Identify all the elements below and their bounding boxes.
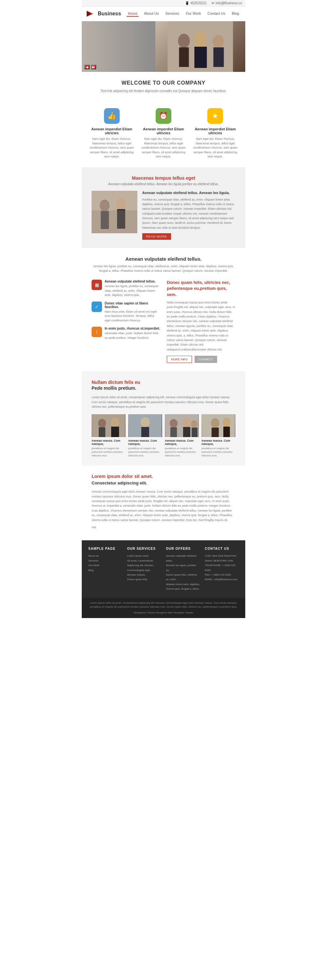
section5: Lorem ipsum dolor sit amet. Consectetur … bbox=[82, 466, 245, 540]
gray-content-row: Aenean vulputate eleifend tellus. Aenean… bbox=[92, 191, 235, 240]
svg-rect-17 bbox=[99, 427, 105, 437]
footer-link-services[interactable]: Services bbox=[88, 558, 122, 563]
svg-point-3 bbox=[178, 33, 190, 48]
phone-info: 📱 452525221 bbox=[185, 1, 207, 5]
gray-image-inner bbox=[92, 191, 137, 233]
svg-point-10 bbox=[100, 200, 110, 212]
feature-1-icon: 👍 bbox=[104, 108, 120, 124]
content-heading: Aenean vulputate eleifend tellus. Aenean… bbox=[142, 191, 235, 195]
svg-point-26 bbox=[182, 418, 191, 427]
gallery-text-1: penatibus et magnis dis parturient monte… bbox=[92, 447, 126, 458]
list-item-1: ▦ Aenean vulputate eleifend tellus. Aene… bbox=[92, 280, 160, 298]
hero-next-button[interactable]: ▶ bbox=[91, 65, 96, 69]
list-icon-1: ▦ bbox=[92, 280, 102, 290]
section4-text: Lorem ipsum dolor sit amet, consectetuer… bbox=[92, 395, 235, 409]
list-item-desc-1: Aenean leo ligula, porttitor eu, consequ… bbox=[105, 284, 160, 298]
feature-3: ★ Aenean imperdiet Etiam ultricies Nam e… bbox=[192, 108, 239, 159]
footer-link-ourwork[interactable]: Our Work bbox=[88, 563, 122, 568]
logo-icon bbox=[87, 9, 96, 18]
list-item-text-1: Aenean vulputate eleifend tellus. Aenean… bbox=[105, 280, 160, 298]
list-item-3: ! In enim justo, rhoncus ut,imperdiet. v… bbox=[92, 327, 160, 340]
list-item-desc-3: venenatis vitae, justo. Nullam dictum fe… bbox=[105, 331, 160, 340]
section3-columns: ▦ Aenean vulputate eleifend tellus. Aene… bbox=[92, 280, 235, 363]
feature-1: 👍 Aenean imperdiet Etiam ultricies Nam e… bbox=[88, 108, 135, 159]
right-col-title: Donec quam felis, ultricies nec, pellent… bbox=[167, 280, 235, 298]
phone-icon: 📱 bbox=[185, 1, 189, 5]
nav-our-work[interactable]: Our Work bbox=[184, 11, 203, 17]
gallery-img-4 bbox=[201, 414, 235, 437]
footer-bottom: Lorem ipsum dolor sit amet, consectetuer… bbox=[82, 598, 245, 618]
gallery-item-3: Aenean massa. Cum natoque, penatibus et … bbox=[165, 414, 199, 458]
gallery-title-4: Aenean massa. Cum natoque, bbox=[201, 439, 235, 445]
svg-point-7 bbox=[213, 35, 224, 48]
svg-marker-1 bbox=[87, 11, 91, 17]
svg-point-5 bbox=[194, 31, 207, 48]
hero-image bbox=[155, 21, 245, 72]
top-bar: 📱 452525221 ✉ Info@Business.co bbox=[82, 0, 245, 6]
list-item-title-3: In enim justo, rhoncus ut,imperdiet. bbox=[105, 327, 160, 330]
email-icon: ✉ bbox=[212, 1, 214, 5]
svg-rect-22 bbox=[141, 427, 149, 437]
footer-telephone: TELEPHONE: + 1800 235 6200 bbox=[205, 563, 239, 573]
nav-about[interactable]: About Us bbox=[143, 11, 160, 17]
section3-left: ▦ Aenean vulputate eleifend tellus. Aene… bbox=[92, 280, 160, 363]
footer-col-2: OUR SERVICES Lorem ipsum dolor Sit amet,… bbox=[127, 547, 161, 591]
gray-image-svg bbox=[92, 191, 137, 233]
footer-bottom-text: Lorem ipsum dolor sit amet, consectetuer… bbox=[88, 601, 239, 609]
svg-point-18 bbox=[111, 417, 120, 427]
gray-content-image bbox=[92, 191, 137, 233]
section4-dark-title: Pede mollis pretium. bbox=[92, 385, 235, 391]
footer-address: 1235, New Park Road First Street, NEWYOR… bbox=[205, 554, 239, 563]
features-section: 👍 Aenean imperdiet Etiam ultricies Nam e… bbox=[82, 108, 245, 167]
nav-contact[interactable]: Contact Us bbox=[206, 11, 227, 17]
section5-dark-title: Consectetur adipiscing elit. bbox=[92, 480, 235, 485]
svg-rect-29 bbox=[191, 428, 198, 437]
welcome-subtitle: Test link adipiscing elit.Nullam digniss… bbox=[92, 89, 235, 94]
logo[interactable]: Business bbox=[87, 9, 121, 18]
feature-2-icon: ⏰ bbox=[156, 108, 171, 124]
list-item-2: ✓ Donec vitae sapien ut libero faucibus.… bbox=[92, 302, 160, 323]
footer-email: EMAIL: Info@Business.com bbox=[205, 577, 239, 582]
gray-content-text: Aenean vulputate eleifend tellus. Aenean… bbox=[142, 191, 235, 240]
feature-3-icon: ★ bbox=[207, 108, 223, 124]
feature-1-title: Aenean imperdiet Etiam ultricies bbox=[88, 127, 135, 135]
gray-section-title: Maecenas tempus tellus eget bbox=[92, 175, 235, 181]
feature-2: ⏰ Aenean imperdiet Etiam ultricies Nam e… bbox=[140, 108, 187, 159]
gray-section-subtitle: Aenean vulputate eleifend tellus. Aenean… bbox=[92, 182, 235, 186]
connect-button[interactable]: CONNECT bbox=[195, 356, 217, 363]
header: Business Home About Us Services Our Work… bbox=[82, 6, 245, 21]
hero-prev-button[interactable]: ◀ bbox=[85, 65, 89, 69]
nav-home[interactable]: Home bbox=[126, 11, 139, 17]
list-icon-2: ✓ bbox=[92, 302, 102, 312]
section3-title: Aenean vulputate eleifend tellus. bbox=[92, 256, 235, 262]
more-info-button[interactable]: MORE INFO bbox=[167, 356, 192, 363]
section3-subtitle: Aenean leo ligula, porttitor eu, consequ… bbox=[92, 264, 235, 273]
footer-offer-2: Aenean leo ligula, porttitor eu, bbox=[166, 563, 200, 573]
footer-service-4: Commodogula eget bbox=[127, 568, 161, 573]
svg-point-28 bbox=[191, 420, 198, 428]
read-more-button[interactable]: READ MORE bbox=[142, 233, 171, 240]
footer-credit: Wordpress Theme Designed With Template T… bbox=[88, 611, 239, 615]
list-item-text-3: In enim justo, rhoncus ut,imperdiet. ven… bbox=[105, 327, 160, 340]
footer-col3-title: OUR OFFERS bbox=[166, 547, 200, 550]
gallery-title-3: Aenean massa. Cum natoque, bbox=[165, 439, 199, 445]
list-item-desc-2: Nam risus ante. Etiam sit amet orci eget… bbox=[105, 310, 160, 323]
nav-services[interactable]: Services bbox=[164, 11, 180, 17]
gallery-img-2 bbox=[128, 414, 162, 437]
svg-point-31 bbox=[211, 418, 219, 428]
section4: Nullam dictum felis eu Pede mollis preti… bbox=[82, 371, 245, 466]
section5-text2: nisi. bbox=[92, 525, 235, 530]
svg-rect-6 bbox=[195, 47, 207, 68]
list-item-title-2: Donec vitae sapien ut libero faucibus. bbox=[105, 302, 160, 309]
nav-blog[interactable]: Blog bbox=[231, 11, 240, 17]
feature-3-title: Aenean imperdiet Etiam ultricies bbox=[192, 127, 239, 135]
svg-point-24 bbox=[170, 419, 177, 428]
gallery-title-2: Aenean massa. Cum natoque, bbox=[128, 439, 162, 445]
svg-rect-34 bbox=[223, 426, 230, 437]
footer-link-blog[interactable]: Blog bbox=[88, 568, 122, 573]
svg-point-33 bbox=[223, 418, 231, 427]
section3-right: Donec quam felis, ultricies nec, pellent… bbox=[167, 280, 235, 363]
list-item-text-2: Donec vitae sapien ut libero faucibus. N… bbox=[105, 302, 160, 323]
footer-fax: FAX: + 1800 215 2000 bbox=[205, 573, 239, 577]
footer-link-about[interactable]: About us bbox=[88, 554, 122, 558]
